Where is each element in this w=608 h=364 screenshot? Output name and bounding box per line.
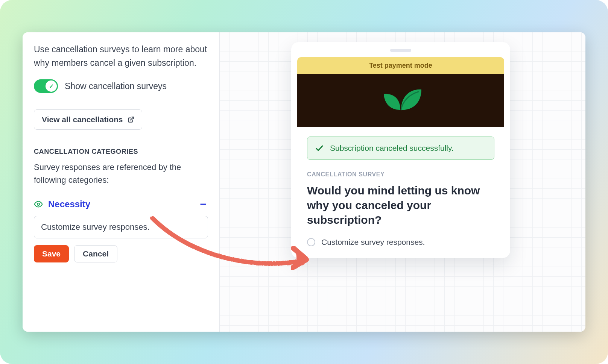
view-all-label: View all cancellations xyxy=(42,115,123,124)
show-surveys-toggle[interactable]: ✓ xyxy=(34,79,58,93)
categories-heading: CANCELLATION CATEGORIES xyxy=(34,148,208,156)
external-link-icon xyxy=(128,116,134,123)
preview-inner: Test payment mode Subs xyxy=(297,57,504,250)
svg-point-1 xyxy=(37,203,40,205)
button-row: Save Cancel xyxy=(34,245,208,262)
success-alert: Subscription canceled successfully. xyxy=(307,136,494,160)
eye-icon xyxy=(34,200,43,209)
toggle-knob: ✓ xyxy=(46,80,57,92)
toggle-row: ✓ Show cancellation surveys xyxy=(34,79,208,93)
preview-pane: Test payment mode Subs xyxy=(220,32,585,332)
radio-icon[interactable] xyxy=(307,238,315,246)
survey-option-row[interactable]: Customize survey responses. xyxy=(307,238,494,247)
cancel-button[interactable]: Cancel xyxy=(74,245,117,262)
preview-content: Subscription canceled successfully. CANC… xyxy=(297,127,504,250)
device-speaker xyxy=(390,49,411,52)
checkmark-icon xyxy=(315,144,324,153)
success-text: Subscription canceled successfully. xyxy=(330,144,454,153)
save-button[interactable]: Save xyxy=(34,245,69,262)
page-background: Use cancellation surveys to learn more a… xyxy=(0,0,608,364)
survey-title: Would you mind letting us know why you c… xyxy=(307,183,494,227)
device-preview: Test payment mode Subs xyxy=(291,42,510,258)
left-column: Use cancellation surveys to learn more a… xyxy=(23,32,220,332)
category-row[interactable]: Necessity − xyxy=(34,198,208,211)
collapse-icon[interactable]: − xyxy=(200,198,208,211)
intro-text: Use cancellation surveys to learn more a… xyxy=(34,43,208,70)
brand-hero xyxy=(297,74,504,127)
category-name: Necessity xyxy=(48,199,195,209)
settings-panel: Use cancellation surveys to learn more a… xyxy=(23,32,585,332)
survey-label: CANCELLATION SURVEY xyxy=(307,171,494,178)
check-icon: ✓ xyxy=(49,83,54,90)
categories-subtext: Survey responses are referenced by the f… xyxy=(34,161,208,187)
toggle-label: Show cancellation surveys xyxy=(65,81,167,91)
survey-response-input[interactable] xyxy=(34,216,208,238)
view-all-cancellations-button[interactable]: View all cancellations xyxy=(34,109,142,130)
svg-line-0 xyxy=(130,117,133,120)
test-mode-banner: Test payment mode xyxy=(297,57,504,74)
option-text: Customize survey responses. xyxy=(321,238,425,247)
leaf-logo-icon xyxy=(376,83,425,117)
